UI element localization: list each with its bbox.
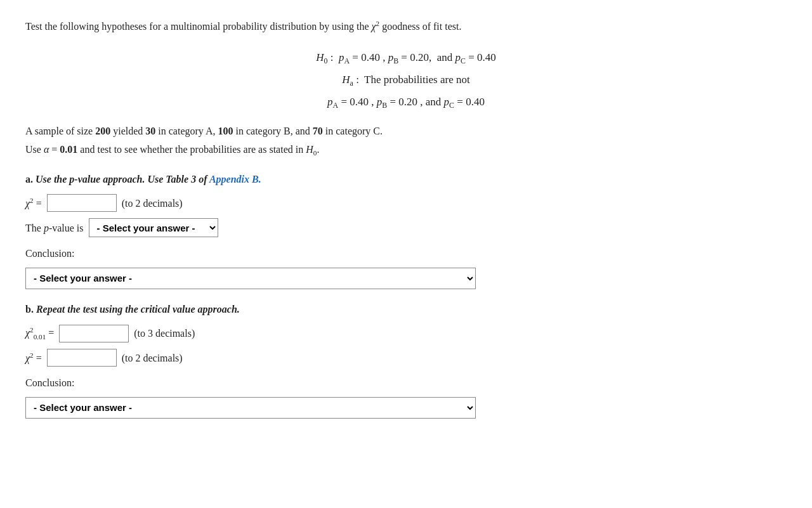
problem-container: Test the following hypotheses for a mult… — [25, 18, 787, 419]
sample-info: A sample of size 200 yielded 30 in categ… — [25, 122, 787, 159]
part-a-label: a. Use the p-value approach. Use Table 3… — [25, 171, 787, 188]
sample-text: A sample of size 200 yielded 30 in categ… — [25, 122, 787, 141]
chi-sq2-note: (to 2 decimals) — [122, 349, 183, 367]
conclusion-dropdown-b[interactable]: - Select your answer - Reject H₀. The pr… — [25, 397, 476, 419]
chi-sq-input[interactable] — [47, 194, 117, 212]
conclusion-label-a: Conclusion: — [25, 245, 787, 262]
intro-text: Test the following hypotheses for a mult… — [25, 18, 787, 36]
chi-sq-note: (to 2 decimals) — [122, 195, 183, 212]
conclusion-dropdown-a[interactable]: - Select your answer - Reject H₀. The pr… — [25, 268, 476, 289]
part-a-bold: a. — [25, 174, 33, 185]
conclusion-row-b: - Select your answer - Reject H₀. The pr… — [25, 397, 787, 419]
appendix-link[interactable]: Appendix B. — [209, 174, 261, 185]
p-value-label: The p-value is — [25, 219, 84, 237]
chi-01-input[interactable] — [59, 325, 129, 342]
ha-line1: Ha : The probabilities are not — [25, 69, 787, 91]
ha-label: Ha : The probabilities are not — [342, 74, 469, 86]
p-value-row: The p-value is - Select your answer - le… — [25, 218, 787, 237]
chi-sq2-row: χ2 = (to 2 decimals) — [25, 349, 787, 367]
chi-sq2-label: χ2 = — [25, 349, 42, 367]
part-b-bold: b. — [25, 304, 34, 315]
chi-sq-label: χ2 = — [25, 195, 42, 212]
conclusion-row-a: - Select your answer - Reject H₀. The pr… — [25, 268, 787, 289]
ha-line2: pA = 0.40 , pB = 0.20 , and pC = 0.40 — [25, 91, 787, 114]
chi-sq2-input[interactable] — [47, 349, 117, 367]
alpha-text: Use α = 0.01 and test to see whether the… — [25, 141, 787, 159]
chi-01-note: (to 3 decimals) — [134, 325, 195, 342]
ha-values: pA = 0.40 , pB = 0.20 , and pC = 0.40 — [327, 96, 485, 108]
chi-01-row: χ20.01 = (to 3 decimals) — [25, 324, 787, 343]
h0-line: H0 : pA = 0.40 , pB = 0.20, and pC = 0.4… — [25, 47, 787, 69]
chi-sq-row: χ2 = (to 2 decimals) — [25, 194, 787, 212]
hypothesis-block: H0 : pA = 0.40 , pB = 0.20, and pC = 0.4… — [25, 47, 787, 114]
p-value-dropdown[interactable]: - Select your answer - less than 0.005 b… — [89, 218, 218, 237]
conclusion-label-b: Conclusion: — [25, 374, 787, 391]
part-b-label: b. Repeat the test using the critical va… — [25, 301, 787, 318]
chi-01-label: χ20.01 = — [25, 324, 54, 343]
h0-label: H0 : pA = 0.40 , pB = 0.20, and pC = 0.4… — [316, 51, 496, 63]
